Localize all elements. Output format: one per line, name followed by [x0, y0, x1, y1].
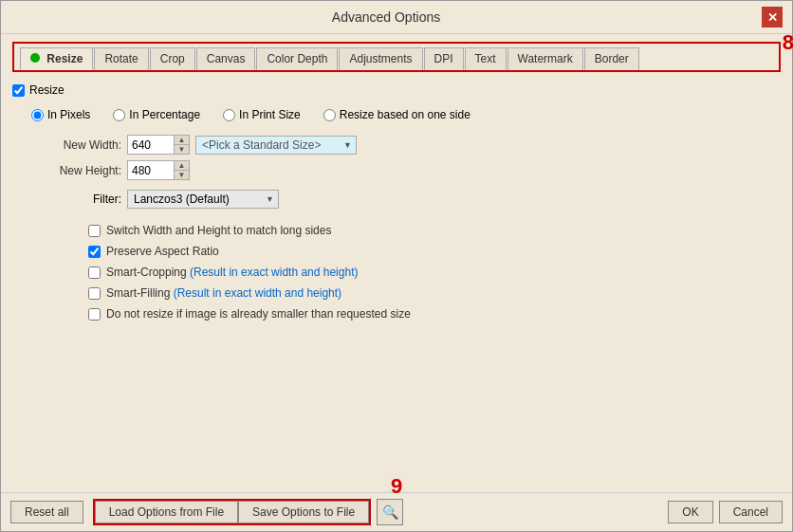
reset-all-button[interactable]: Reset all — [10, 501, 83, 523]
radio-in-percentage: In Percentage — [113, 108, 200, 121]
title-bar: Advanced Options ✕ — [1, 1, 792, 34]
radio-in-pixels-input[interactable] — [31, 109, 44, 121]
smart-filling-checkbox[interactable] — [88, 287, 101, 300]
tab-crop[interactable]: Crop — [150, 47, 195, 70]
tab-adjustments-label: Adjustments — [349, 52, 412, 65]
filter-select-wrap: Lanczos3 (Default) Nearest Neighbor Bili… — [127, 190, 279, 209]
width-spinners: ▲ ▼ — [174, 136, 189, 154]
checkbox-options: Switch Width and Height to match long si… — [12, 224, 781, 321]
tab-watermark[interactable]: Watermark — [507, 47, 583, 70]
preserve-aspect-checkbox[interactable] — [88, 246, 101, 258]
width-input-wrap: ▲ ▼ — [127, 135, 190, 155]
active-indicator — [30, 53, 40, 63]
cancel-button[interactable]: Cancel — [719, 501, 783, 523]
tab-text[interactable]: Text — [465, 47, 507, 70]
tab-rotate-label: Rotate — [104, 52, 138, 65]
radio-in-percentage-input[interactable] — [113, 109, 125, 121]
tab-crop-label: Crop — [160, 52, 185, 65]
radio-in-print-size-input[interactable] — [223, 109, 235, 121]
checkbox-preserve-aspect: Preserve Aspect Ratio — [88, 245, 781, 258]
no-resize-smaller-label: Do not resize if image is already smalle… — [106, 307, 411, 321]
filter-label: Filter: — [69, 193, 121, 206]
tab-canvas-label: Canvas — [207, 52, 246, 65]
ok-button[interactable]: OK — [668, 501, 712, 523]
height-input-wrap: ▲ ▼ — [127, 160, 190, 180]
height-label: New Height: — [50, 164, 121, 177]
height-row: New Height: ▲ ▼ — [50, 160, 357, 180]
smart-cropping-checkbox[interactable] — [88, 266, 101, 279]
dimensions-group: New Width: ▲ ▼ <Pick a Standard Size> — [50, 135, 357, 180]
resize-enable-row: Resize — [12, 83, 781, 97]
tab-adjustments[interactable]: Adjustments — [339, 47, 422, 70]
width-input[interactable] — [128, 136, 174, 154]
search-image-icon: 🔍 — [382, 504, 398, 520]
radio-in-print-size-label: In Print Size — [239, 108, 301, 121]
radio-in-pixels: In Pixels — [31, 108, 90, 121]
tab-canvas[interactable]: Canvas — [196, 47, 256, 70]
filter-select[interactable]: Lanczos3 (Default) Nearest Neighbor Bili… — [127, 190, 279, 209]
content-area: Resize In Pixels In Percentage In Print … — [1, 76, 792, 492]
tab-resize-label: Resize — [46, 52, 83, 65]
resize-enable-label: Resize — [29, 83, 65, 97]
tab-color-depth-label: Color Depth — [267, 52, 327, 65]
standard-size-select[interactable]: <Pick a Standard Size> — [195, 136, 357, 155]
width-row: New Width: ▲ ▼ <Pick a Standard Size> — [50, 135, 357, 155]
tab-resize[interactable]: Resize — [20, 47, 93, 70]
radio-in-print-size: In Print Size — [223, 108, 301, 121]
advanced-options-dialog: Advanced Options ✕ Resize Rotate Crop Ca… — [0, 0, 793, 532]
save-options-button[interactable]: Save Options to File — [238, 501, 369, 523]
bottom-bar: 9 Reset all Load Options from File Save … — [1, 492, 792, 531]
radio-resize-one-side-label: Resize based on one side — [340, 108, 470, 121]
width-spin-down[interactable]: ▼ — [175, 145, 189, 154]
search-image-button[interactable]: 🔍 — [377, 499, 403, 525]
filter-row: Filter: Lanczos3 (Default) Nearest Neigh… — [12, 190, 781, 209]
width-label: New Width: — [50, 138, 121, 152]
badge-8: 8 — [783, 30, 793, 55]
radio-resize-one-side-input[interactable] — [323, 109, 336, 121]
height-input[interactable] — [128, 161, 174, 179]
checkbox-smart-filling: Smart-Filling (Result in exact width and… — [88, 286, 781, 300]
tab-dpi-label: DPI — [434, 52, 453, 65]
tab-text-label: Text — [475, 52, 496, 65]
close-button[interactable]: ✕ — [762, 7, 783, 28]
no-resize-smaller-checkbox[interactable] — [88, 308, 101, 321]
fields-row: New Width: ▲ ▼ <Pick a Standard Size> — [12, 135, 781, 180]
width-spin-up[interactable]: ▲ — [175, 136, 189, 145]
tab-watermark-label: Watermark — [518, 52, 573, 65]
dialog-title: Advanced Options — [10, 9, 762, 25]
load-options-button[interactable]: Load Options from File — [95, 501, 238, 523]
tab-border[interactable]: Border — [584, 47, 639, 70]
height-spin-down[interactable]: ▼ — [175, 171, 189, 179]
tab-color-depth[interactable]: Color Depth — [256, 47, 338, 70]
smart-cropping-label: Smart-Cropping (Result in exact width an… — [106, 266, 358, 279]
badge-9: 9 — [391, 474, 402, 499]
ok-cancel-group: OK Cancel — [668, 501, 783, 523]
smart-cropping-link[interactable]: (Result in exact width and height) — [190, 266, 358, 279]
smart-filling-label: Smart-Filling (Result in exact width and… — [106, 286, 341, 300]
radio-in-pixels-label: In Pixels — [47, 108, 90, 121]
preserve-aspect-label: Preserve Aspect Ratio — [106, 245, 219, 258]
tab-rotate[interactable]: Rotate — [94, 47, 148, 70]
height-spinners: ▲ ▼ — [174, 161, 189, 179]
checkbox-no-resize-smaller: Do not resize if image is already smalle… — [88, 307, 781, 321]
radio-in-percentage-label: In Percentage — [129, 108, 200, 121]
checkbox-switch-wh: Switch Width and Height to match long si… — [88, 224, 781, 237]
tab-dpi[interactable]: DPI — [424, 47, 464, 70]
load-save-group: Load Options from File Save Options to F… — [93, 499, 371, 525]
switch-wh-checkbox[interactable] — [88, 225, 101, 237]
radio-resize-one-side: Resize based on one side — [323, 108, 470, 121]
tabs-bar: Resize Rotate Crop Canvas Color Depth Ad… — [12, 42, 781, 72]
resize-enable-checkbox[interactable] — [12, 84, 25, 97]
smart-filling-link[interactable]: (Result in exact width and height) — [174, 286, 341, 300]
tab-border-label: Border — [595, 52, 629, 65]
standard-size-wrap: <Pick a Standard Size> — [195, 136, 357, 155]
radio-row: In Pixels In Percentage In Print Size Re… — [12, 108, 781, 121]
checkbox-smart-cropping: Smart-Cropping (Result in exact width an… — [88, 266, 781, 279]
height-spin-up[interactable]: ▲ — [175, 161, 189, 171]
switch-wh-label: Switch Width and Height to match long si… — [106, 224, 331, 237]
